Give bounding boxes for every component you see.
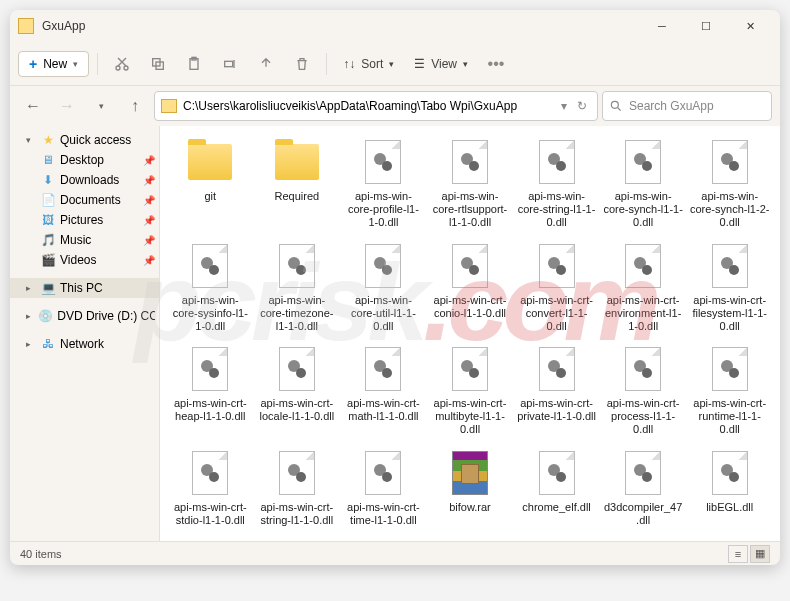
file-name: api-ms-win-crt-stdio-l1-1-0.dll [170,501,250,527]
sidebar-quick-access[interactable]: ▾★Quick access [10,130,159,150]
file-item[interactable]: api-ms-win-crt-conio-l1-1-0.dll [428,238,513,340]
recent-button[interactable]: ▾ [86,91,116,121]
rename-button[interactable] [214,48,246,80]
file-name: api-ms-win-crt-filesystem-l1-1-0.dll [690,294,770,334]
file-name: api-ms-win-core-synch-l1-2-0.dll [690,190,770,230]
file-item[interactable]: api-ms-win-crt-stdio-l1-1-0.dll [168,445,253,533]
chevron-down-icon[interactable]: ▾ [555,99,573,113]
dll-icon [279,244,315,288]
file-item[interactable]: api-ms-win-core-synch-l1-2-0.dll [687,134,772,236]
file-item[interactable]: libEGL.dll [687,445,772,533]
nav-label: Pictures [60,213,103,227]
sidebar-this-pc[interactable]: ▸💻This PC [10,278,159,298]
folder-icon [161,99,177,113]
sidebar-pictures[interactable]: 🖼Pictures📌 [10,210,159,230]
explorer-window: GxuApp ─ ☐ ✕ + New ▾ ↑↓ Sort ▾ ☰ View ▾ [10,10,780,565]
sidebar-music[interactable]: 🎵Music📌 [10,230,159,250]
nav-label: Documents [60,193,121,207]
file-name: libEGL.dll [706,501,753,514]
file-item[interactable]: bifow.rar [428,445,513,533]
svg-point-0 [116,66,120,70]
file-item[interactable]: d3dcompiler_47.dll [601,445,686,533]
file-name: api-ms-win-core-profile-l1-1-0.dll [343,190,423,230]
forward-button[interactable]: → [52,91,82,121]
file-item[interactable]: api-ms-win-crt-time-l1-1-0.dll [341,445,426,533]
file-item[interactable]: api-ms-win-crt-environment-l1-1-0.dll [601,238,686,340]
file-item[interactable]: api-ms-win-core-sysinfo-l1-1-0.dll [168,238,253,340]
copy-button[interactable] [142,48,174,80]
minimize-button[interactable]: ─ [640,11,684,41]
file-item[interactable]: api-ms-win-crt-filesystem-l1-1-0.dll [687,238,772,340]
file-name: api-ms-win-core-string-l1-1-0.dll [517,190,597,230]
search-icon [609,99,623,113]
sidebar-downloads[interactable]: ⬇Downloads📌 [10,170,159,190]
new-label: New [43,57,67,71]
file-item[interactable]: chrome_elf.dll [514,445,599,533]
maximize-button[interactable]: ☐ [684,11,728,41]
file-item[interactable]: api-ms-win-crt-private-l1-1-0.dll [514,341,599,443]
file-item[interactable]: api-ms-win-core-string-l1-1-0.dll [514,134,599,236]
rar-icon [452,451,488,495]
file-item[interactable]: api-ms-win-core-util-l1-1-0.dll [341,238,426,340]
close-button[interactable]: ✕ [728,11,772,41]
refresh-button[interactable]: ↻ [573,99,591,113]
sidebar-videos[interactable]: 🎬Videos📌 [10,250,159,270]
folder-icon [275,144,319,180]
file-item[interactable]: api-ms-win-core-rtlsupport-l1-1-0.dll [428,134,513,236]
view-label: View [431,57,457,71]
chevron-down-icon: ▾ [389,59,394,69]
up-button[interactable]: ↑ [120,91,150,121]
file-grid[interactable]: gitRequiredapi-ms-win-core-profile-l1-1-… [160,126,780,541]
file-item[interactable]: api-ms-win-core-timezone-l1-1-0.dll [255,238,340,340]
file-item[interactable]: git [168,134,253,236]
thumbnails-view-button[interactable]: ▦ [750,545,770,563]
pin-icon: 📌 [143,175,155,186]
cut-button[interactable] [106,48,138,80]
sidebar-network[interactable]: ▸🖧Network [10,334,159,354]
sort-button[interactable]: ↑↓ Sort ▾ [335,53,402,75]
file-item[interactable]: api-ms-win-crt-process-l1-1-0.dll [601,341,686,443]
file-item[interactable]: api-ms-win-crt-math-l1-1-0.dll [341,341,426,443]
dll-icon [539,244,575,288]
search-input[interactable]: Search GxuApp [602,91,772,121]
paste-button[interactable] [178,48,210,80]
file-item[interactable]: api-ms-win-core-synch-l1-1-0.dll [601,134,686,236]
file-name: api-ms-win-crt-multibyte-l1-1-0.dll [430,397,510,437]
sidebar-desktop[interactable]: 🖥Desktop📌 [10,150,159,170]
file-item[interactable]: api-ms-win-crt-convert-l1-1-0.dll [514,238,599,340]
file-item[interactable]: api-ms-win-crt-runtime-l1-1-0.dll [687,341,772,443]
details-view-button[interactable]: ≡ [728,545,748,563]
file-name: chrome_elf.dll [522,501,590,514]
file-name: api-ms-win-crt-environment-l1-1-0.dll [603,294,683,334]
back-button[interactable]: ← [18,91,48,121]
sidebar-dvd-drive[interactable]: ▸💿DVD Drive (D:) CCCC [10,306,159,326]
sidebar-documents[interactable]: 📄Documents📌 [10,190,159,210]
share-button[interactable] [250,48,282,80]
delete-button[interactable] [286,48,318,80]
file-item[interactable]: api-ms-win-crt-multibyte-l1-1-0.dll [428,341,513,443]
file-item[interactable]: api-ms-win-crt-string-l1-1-0.dll [255,445,340,533]
file-name: api-ms-win-crt-time-l1-1-0.dll [343,501,423,527]
file-item[interactable]: api-ms-win-crt-heap-l1-1-0.dll [168,341,253,443]
dll-icon [279,347,315,391]
dll-icon [365,244,401,288]
file-name: api-ms-win-crt-runtime-l1-1-0.dll [690,397,770,437]
pin-icon: 📌 [143,195,155,206]
pin-icon: 📌 [143,255,155,266]
view-button[interactable]: ☰ View ▾ [406,53,476,75]
file-name: api-ms-win-crt-convert-l1-1-0.dll [517,294,597,334]
file-name: api-ms-win-crt-locale-l1-1-0.dll [257,397,337,423]
file-item[interactable]: api-ms-win-crt-locale-l1-1-0.dll [255,341,340,443]
address-bar[interactable]: C:\Users\karolisliucveikis\AppData\Roami… [154,91,598,121]
titlebar[interactable]: GxuApp ─ ☐ ✕ [10,10,780,42]
view-icon: ☰ [414,57,425,71]
dll-icon [712,451,748,495]
file-item[interactable]: Required [255,134,340,236]
new-button[interactable]: + New ▾ [18,51,89,77]
dll-icon [452,140,488,184]
more-button[interactable]: ••• [480,48,512,80]
pin-icon: 📌 [143,155,155,166]
file-item[interactable]: api-ms-win-core-profile-l1-1-0.dll [341,134,426,236]
dll-icon [365,347,401,391]
nav-label: Network [60,337,104,351]
